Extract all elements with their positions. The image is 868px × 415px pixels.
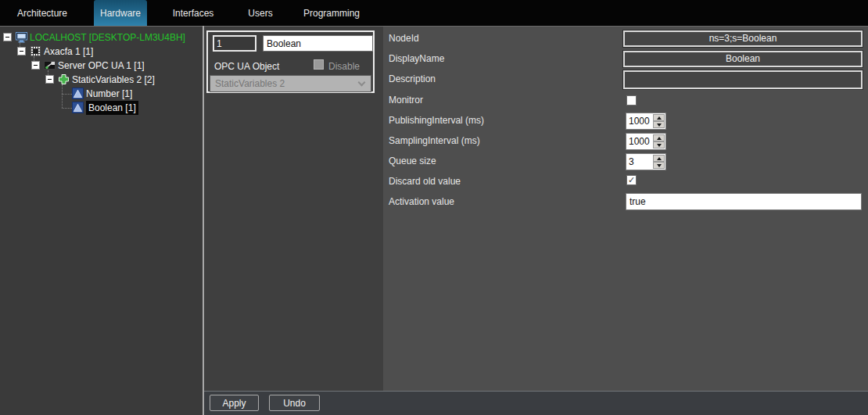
tab-architecture[interactable]: Architecture [6, 0, 78, 26]
tree-row-axacfa-1[interactable]: Axacfa 1 [1] [0, 45, 203, 59]
spinner-buttons [653, 114, 665, 128]
spinner-up-button[interactable] [653, 155, 665, 162]
tree-node-label: Axacfa 1 [1] [44, 45, 93, 59]
collapse-toggle-icon[interactable] [3, 33, 12, 41]
tree-row-number[interactable]: Number [1] [0, 87, 203, 101]
publishinginterval-ms-input[interactable] [626, 113, 653, 129]
spinner-up-button[interactable] [653, 114, 665, 121]
tree-row-boolean[interactable]: Boolean [1] [0, 101, 203, 115]
object-index-input[interactable] [213, 35, 256, 52]
tree-node-label: StaticVariables 2 [2] [72, 73, 155, 87]
tab-programming[interactable]: Programming [296, 0, 367, 26]
tree-row-localhost[interactable]: LOCALHOST [DESKTOP-LM3U4BH] [0, 30, 203, 45]
chevron-down-icon [358, 79, 366, 87]
variables-group-icon [58, 73, 70, 85]
variable-icon [72, 102, 84, 113]
samplinginterval-ms-input[interactable] [626, 134, 653, 149]
discard-old-value-checkbox[interactable]: ✓ [626, 175, 637, 185]
object-panel: OPC UA Object Disable StaticVariables 2 [204, 26, 383, 391]
parent-object-value: StaticVariables 2 [215, 78, 285, 89]
samplinginterval-ms-spinner [626, 133, 666, 150]
spinner-down-button[interactable] [653, 162, 665, 169]
nodeid-field[interactable]: ns=3;s=Boolean [623, 30, 863, 47]
monitor-icon [16, 31, 27, 43]
apply-button[interactable]: Apply [210, 395, 259, 411]
variable-icon [72, 88, 84, 99]
tree-row-staticvariables-2[interactable]: StaticVariables 2 [2] [0, 73, 203, 87]
spinner-down-button[interactable] [653, 141, 665, 148]
undo-button[interactable]: Undo [269, 395, 320, 411]
property-label-description: Description [389, 73, 436, 85]
tab-users[interactable]: Users [239, 0, 282, 26]
spinner-buttons [653, 155, 665, 169]
publishinginterval-ms-spinner [626, 113, 666, 130]
tree-node-label: LOCALHOST [DESKTOP-LM3U4BH] [30, 30, 185, 45]
collapse-toggle-icon[interactable] [17, 47, 26, 55]
queue-size-spinner [626, 153, 666, 170]
description-field[interactable] [623, 70, 863, 89]
tree-row-server-opc-ua-1[interactable]: Server OPC UA 1 [1] [0, 59, 203, 73]
object-type-label: OPC UA Object [214, 61, 279, 72]
hardware-tree-panel: LOCALHOST [DESKTOP-LM3U4BH]Axacfa 1 [1]S… [0, 26, 203, 415]
activation-value-input[interactable] [626, 193, 862, 210]
opcua-server-icon [44, 59, 56, 71]
monitror-checkbox[interactable] [626, 95, 637, 106]
property-label-publishinginterval-ms: PublishingInterval (ms) [389, 114, 484, 127]
spinner-down-button[interactable] [653, 121, 665, 128]
property-label-monitror: Monitror [389, 94, 423, 106]
property-label-activation-value: Activation value [389, 195, 454, 208]
object-name-input[interactable] [263, 35, 373, 52]
tree-node-label: Server OPC UA 1 [1] [58, 59, 145, 73]
property-label-displayname: DisplayName [389, 52, 444, 65]
collapse-toggle-icon[interactable] [45, 75, 54, 84]
tree-node-label: Boolean [1] [86, 101, 138, 115]
disable-label: Disable [328, 61, 360, 72]
property-label-queue-size: Queue size [389, 155, 436, 167]
parent-object-select[interactable]: StaticVariables 2 [210, 75, 371, 92]
spinner-up-button[interactable] [653, 134, 665, 141]
plc-icon [30, 45, 41, 57]
displayname-field[interactable]: Boolean [623, 51, 863, 67]
disable-checkbox[interactable] [314, 59, 324, 70]
property-label-samplinginterval-ms: SamplingInterval (ms) [389, 134, 480, 147]
properties-panel: NodeIdns=3;s=BooleanDisplayNameBooleanDe… [383, 26, 868, 391]
tree-node-label: Number [1] [86, 87, 132, 101]
queue-size-input[interactable] [626, 154, 653, 170]
collapse-toggle-icon[interactable] [31, 61, 40, 70]
tab-interfaces[interactable]: Interfaces [160, 0, 226, 26]
spinner-buttons [653, 134, 665, 148]
top-tab-bar: ArchitectureHardwareInterfacesUsersProgr… [0, 0, 868, 26]
object-config-box: OPC UA Object Disable StaticVariables 2 [206, 30, 375, 93]
property-label-discard-old-value: Discard old value [389, 175, 461, 188]
tab-hardware[interactable]: Hardware [94, 0, 147, 26]
action-bar: Apply Undo [204, 391, 868, 415]
property-label-nodeid: NodeId [389, 32, 419, 45]
